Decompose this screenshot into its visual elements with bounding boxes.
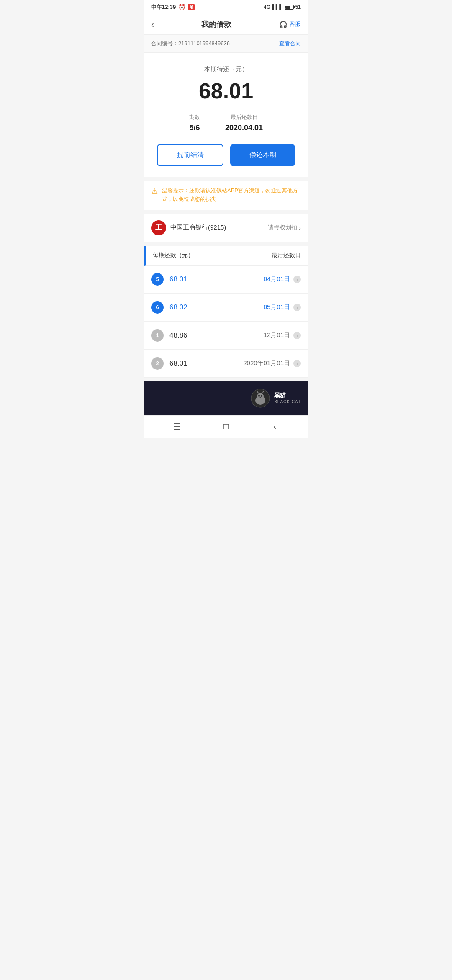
bottom-watermark: 黑猫 BLACK CAT xyxy=(144,381,308,415)
headset-icon: 🎧 xyxy=(279,21,288,28)
bank-row[interactable]: 工 中国工商银行(9215) 请授权划扣 › xyxy=(144,214,308,242)
service-button[interactable]: 🎧 客服 xyxy=(279,21,301,28)
stats-row: 期数 5/6 最后还款日 2020.04.01 xyxy=(153,113,299,132)
svg-point-4 xyxy=(261,395,262,397)
period-badge: 5 xyxy=(151,273,164,286)
back-button[interactable]: ‹ xyxy=(151,20,154,29)
alarm-icon: ⏰ xyxy=(178,4,185,10)
bank-right: 请授权划扣 › xyxy=(268,224,301,232)
bank-left: 工 中国工商银行(9215) xyxy=(151,220,226,235)
repay-date-wrap: 05月01日i xyxy=(264,303,301,311)
repayment-list: 568.0104月01日i668.0205月01日i148.8612月01日i2… xyxy=(144,266,308,378)
black-cat-logo: 黑猫 BLACK CAT xyxy=(250,388,301,409)
bank-logo: 工 xyxy=(151,220,166,235)
status-right: 4G ▌▌▌ 51 xyxy=(264,4,301,10)
view-contract-button[interactable]: 查看合同 xyxy=(279,40,301,47)
pay-button[interactable]: 偿还本期 xyxy=(230,144,295,166)
repayment-row: 568.0104月01日i xyxy=(144,266,308,294)
repay-amount: 68.01 xyxy=(170,359,243,368)
svg-point-2 xyxy=(257,393,264,400)
amount-label: 本期待还（元） xyxy=(153,65,299,73)
period-label: 期数 xyxy=(189,113,200,121)
settle-button[interactable]: 提前结清 xyxy=(157,144,223,166)
home-button[interactable]: □ xyxy=(220,422,232,431)
repay-date-wrap: 12月01日i xyxy=(264,331,301,339)
info-icon[interactable]: i xyxy=(293,360,301,367)
cat-icon xyxy=(250,388,271,409)
status-left: 中午12:39 ⏰ 邮 xyxy=(151,3,195,11)
info-icon[interactable]: i xyxy=(293,304,301,311)
signal-text: 4G xyxy=(264,4,270,10)
amount-value: 68.01 xyxy=(153,78,299,103)
repay-date-wrap: 04月01日i xyxy=(264,275,301,283)
repayment-row: 268.012020年01月01日i xyxy=(144,350,308,378)
status-bar: 中午12:39 ⏰ 邮 4G ▌▌▌ 51 xyxy=(144,0,308,14)
page-title: 我的借款 xyxy=(201,19,231,29)
info-icon[interactable]: i xyxy=(293,332,301,339)
due-date-stat: 最后还款日 2020.04.01 xyxy=(225,113,263,132)
service-label: 客服 xyxy=(289,21,301,28)
repay-amount: 48.86 xyxy=(170,331,264,340)
bank-action: 请授权划扣 xyxy=(268,224,297,232)
amount-section: 本期待还（元） 68.01 期数 5/6 最后还款日 2020.04.01 提前… xyxy=(144,53,308,177)
period-badge: 6 xyxy=(151,301,164,314)
status-time: 中午12:39 xyxy=(151,3,176,11)
due-date-label: 最后还款日 xyxy=(225,113,263,121)
svg-point-3 xyxy=(258,395,260,397)
period-value: 5/6 xyxy=(189,124,200,132)
battery-icon xyxy=(285,5,294,10)
battery-level: 51 xyxy=(295,4,301,10)
action-row: 提前结清 偿还本期 xyxy=(153,144,299,166)
chevron-icon: › xyxy=(299,224,301,232)
contract-bar: 合同编号：21911101994849636 查看合同 xyxy=(144,35,308,53)
contract-number: 合同编号：21911101994849636 xyxy=(151,40,230,47)
table-header: 每期还款（元） 最后还款日 xyxy=(144,246,308,266)
table-header-left: 每期还款（元） xyxy=(153,252,194,259)
warning-notice: ⚠ 温馨提示：还款请认准钱站APP官方渠道，勿通过其他方式，以免造成您的损失 xyxy=(144,181,308,210)
repay-amount: 68.02 xyxy=(170,303,264,312)
period-badge: 1 xyxy=(151,329,164,342)
bank-name: 中国工商银行(9215) xyxy=(170,224,226,232)
repay-date: 04月01日 xyxy=(264,275,290,283)
repay-date-wrap: 2020年01月01日i xyxy=(243,359,301,367)
repayment-row: 668.0205月01日i xyxy=(144,294,308,322)
repay-date: 2020年01月01日 xyxy=(243,359,290,367)
period-stat: 期数 5/6 xyxy=(189,113,200,132)
black-cat-text-block: 黑猫 BLACK CAT xyxy=(274,392,301,404)
repay-amount: 68.01 xyxy=(170,275,264,284)
bottom-nav: ☰ □ ‹ xyxy=(144,415,308,438)
due-date-value: 2020.04.01 xyxy=(225,124,263,132)
notification-icon: 邮 xyxy=(188,4,195,10)
back-nav-button[interactable]: ‹ xyxy=(269,422,281,431)
hei-mao-label: 黑猫 xyxy=(274,392,301,400)
warning-icon: ⚠ xyxy=(151,187,158,196)
table-header-right: 最后还款日 xyxy=(272,252,301,259)
period-badge: 2 xyxy=(151,357,164,370)
repayment-row: 148.8612月01日i xyxy=(144,322,308,350)
nav-bar: ‹ 我的借款 🎧 客服 xyxy=(144,14,308,35)
repay-date: 12月01日 xyxy=(264,331,290,339)
black-cat-en-label: BLACK CAT xyxy=(274,400,301,404)
info-icon[interactable]: i xyxy=(293,276,301,283)
menu-button[interactable]: ☰ xyxy=(171,422,183,432)
warning-text: 温馨提示：还款请认准钱站APP官方渠道，勿通过其他方式，以免造成您的损失 xyxy=(162,186,301,204)
repay-date: 05月01日 xyxy=(264,303,290,311)
signal-bars: ▌▌▌ xyxy=(272,4,283,10)
